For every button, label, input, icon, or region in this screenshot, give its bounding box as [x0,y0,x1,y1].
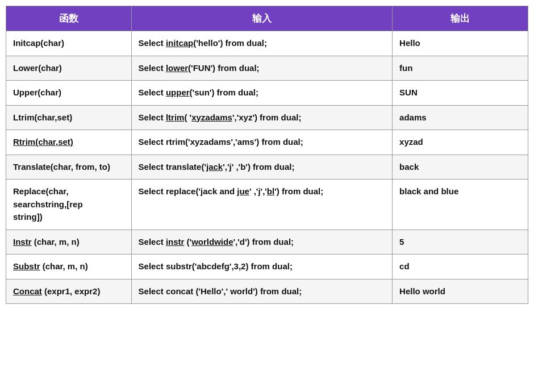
table-row: Rtrim(char,set)Select rtrim('xyzadams','… [6,130,528,155]
func-cell: Replace(char,searchstring,[repstring]) [6,180,132,230]
func-cell: Instr (char, m, n) [6,230,132,255]
header-input: 输入 [131,6,393,31]
input-cell: Select upper('sun') from dual; [131,81,393,106]
output-cell: 5 [393,230,528,255]
func-cell: Substr (char, m, n) [6,255,132,280]
output-cell: xyzad [393,130,528,155]
input-cell: Select concat ('Hello',' world') from du… [131,279,393,304]
func-cell: Translate(char, from, to) [6,155,132,180]
table-row: Upper(char)Select upper('sun') from dual… [6,81,528,106]
table-row: Concat (expr1, expr2)Select concat ('Hel… [6,279,528,304]
output-cell: adams [393,105,528,130]
func-cell: Initcap(char) [6,31,132,56]
main-table: 函数 输入 输出 Initcap(char)Select initcap('he… [6,6,528,304]
func-cell: Lower(char) [6,56,132,81]
input-cell: Select substr('abcdefg',3,2) from dual; [131,255,393,280]
input-cell: Select ltrim( 'xyzadams','xyz') from dua… [131,105,393,130]
func-cell: Concat (expr1, expr2) [6,279,132,304]
output-cell: black and blue [393,180,528,230]
output-cell: back [393,155,528,180]
table-row: Lower(char)Select lower('FUN') from dual… [6,56,528,81]
input-cell: Select lower('FUN') from dual; [131,56,393,81]
input-cell: Select initcap('hello') from dual; [131,31,393,56]
func-cell: Upper(char) [6,81,132,106]
table-row: Replace(char,searchstring,[repstring])Se… [6,180,528,230]
table-row: Initcap(char)Select initcap('hello') fro… [6,31,528,56]
table-row: Translate(char, from, to)Select translat… [6,155,528,180]
output-cell: cd [393,255,528,280]
output-cell: SUN [393,81,528,106]
input-cell: Select instr ('worldwide','d') from dual… [131,230,393,255]
func-cell: Ltrim(char,set) [6,105,132,130]
header-func: 函数 [6,6,132,31]
input-cell: Select replace('jack and jue' ,'j','bl')… [131,180,393,230]
input-cell: Select translate('jack','j' ,'b') from d… [131,155,393,180]
header-output: 输出 [393,6,528,31]
table-row: Substr (char, m, n)Select substr('abcdef… [6,255,528,280]
table-row: Instr (char, m, n)Select instr ('worldwi… [6,230,528,255]
table-row: Ltrim(char,set)Select ltrim( 'xyzadams',… [6,105,528,130]
func-cell: Rtrim(char,set) [6,130,132,155]
output-cell: fun [393,56,528,81]
output-cell: Hello world [393,279,528,304]
input-cell: Select rtrim('xyzadams','ams') from dual… [131,130,393,155]
output-cell: Hello [393,31,528,56]
